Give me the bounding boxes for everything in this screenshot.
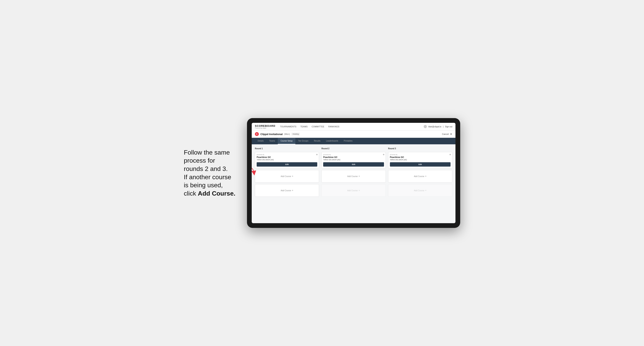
round-3-delete-icon[interactable]: ⊗ bbox=[449, 153, 451, 156]
round-1-add-course-1-text: Add Course bbox=[281, 175, 291, 177]
round-3-course-label: (Course A) bbox=[390, 154, 450, 156]
round-3-add-course-2-plus: + bbox=[425, 189, 426, 192]
round-1-add-course-2-text: Add Course bbox=[281, 189, 291, 192]
tab-leaderboards[interactable]: Leaderboards bbox=[323, 138, 341, 144]
cancel-x-icon: ✕ bbox=[450, 133, 452, 136]
hosting-badge: Hosting bbox=[292, 133, 300, 136]
round-1-add-course-2[interactable]: Add Course + bbox=[255, 184, 319, 197]
c-logo-icon: C bbox=[255, 132, 259, 136]
round-1-course-name: Peachtree GC bbox=[257, 156, 317, 158]
tab-teams[interactable]: Teams bbox=[266, 138, 278, 144]
user-avatar bbox=[424, 125, 427, 128]
round-3-course-name: Peachtree GC bbox=[390, 156, 450, 158]
add-course-bold: Add Course. bbox=[198, 190, 235, 197]
sign-out-link[interactable]: Sign out bbox=[445, 126, 452, 128]
round-2-add-course-2-text: Add Course bbox=[347, 189, 358, 192]
round-2-edit-button[interactable]: Edit bbox=[323, 162, 384, 167]
round-3-add-course-2: Add Course + bbox=[388, 184, 452, 197]
cancel-button[interactable]: Cancel ✕ bbox=[442, 133, 452, 136]
round-1-label: Round 1 bbox=[255, 148, 319, 150]
round-2-column: Round 2 (Course A) Peachtree GC Yellow (… bbox=[322, 148, 386, 197]
instruction-text: Follow the sameprocess forrounds 2 and 3… bbox=[184, 149, 239, 198]
tab-tee-groups[interactable]: Tee Groups bbox=[295, 138, 311, 144]
round-3-column: Round 3 (Course A) Peachtree GC Yellow (… bbox=[388, 148, 452, 197]
round-1-edit-button[interactable]: Edit bbox=[257, 162, 317, 167]
nav-teams[interactable]: TEAMS bbox=[300, 126, 308, 128]
round-3-add-course-2-text: Add Course bbox=[414, 189, 424, 192]
round-1-delete-icon[interactable]: ⊗ bbox=[316, 153, 318, 156]
round-3-course-tee: Yellow (M) (6629 yds) bbox=[390, 159, 450, 161]
tab-details[interactable]: Details bbox=[255, 138, 266, 144]
pink-arrow-icon bbox=[252, 164, 257, 176]
user-email: blair@clippd.io bbox=[428, 126, 442, 128]
tablet-frame: SCOREBOARD Powered by clippd TOURNAMENTS… bbox=[247, 118, 460, 228]
round-3-add-course-1[interactable]: Add Course + bbox=[388, 170, 452, 182]
round-1-course-card: (Course A) Peachtree GC Yellow (M) (6629… bbox=[255, 152, 319, 168]
nav-right: blair@clippd.io | Sign out bbox=[424, 125, 452, 128]
logo-main-text: SCOREBOARD bbox=[255, 124, 276, 127]
main-content: Round 1 (Course A) Peachtree GC Yellow (… bbox=[252, 144, 456, 223]
tab-printables[interactable]: Printables bbox=[341, 138, 355, 144]
round-2-course-label: (Course A) bbox=[323, 154, 384, 156]
round-2-course-tee: Yellow (M) (6629 yds) bbox=[323, 159, 384, 161]
round-3-add-course-1-plus: + bbox=[425, 175, 426, 178]
tab-course-setup[interactable]: Course Setup bbox=[278, 138, 295, 144]
round-1-add-course-1[interactable]: Add Course + bbox=[255, 170, 319, 182]
top-nav: SCOREBOARD Powered by clippd TOURNAMENTS… bbox=[252, 123, 456, 131]
round-2-add-course-1-text: Add Course bbox=[347, 175, 358, 177]
round-1-course-tee: Yellow (M) (6629 yds) bbox=[257, 159, 317, 161]
rounds-grid: Round 1 (Course A) Peachtree GC Yellow (… bbox=[255, 148, 452, 197]
round-1-add-course-1-plus: + bbox=[292, 175, 293, 178]
tablet-screen: SCOREBOARD Powered by clippd TOURNAMENTS… bbox=[252, 123, 456, 223]
round-3-label: Round 3 bbox=[388, 148, 452, 150]
round-3-course-card: (Course A) Peachtree GC Yellow (M) (6629… bbox=[388, 152, 452, 168]
nav-links: TOURNAMENTS TEAMS COMMITTEE RANKINGS bbox=[280, 126, 424, 128]
round-2-add-course-1-plus: + bbox=[358, 175, 360, 178]
round-1-course-label: (Course A) bbox=[257, 154, 317, 156]
sub-header-left: C Clippd Invitational (Men) Hosting bbox=[255, 132, 300, 136]
round-2-add-course-2: Add Course + bbox=[322, 184, 386, 197]
page-wrapper: Follow the sameprocess forrounds 2 and 3… bbox=[184, 118, 460, 228]
tab-results[interactable]: Results bbox=[311, 138, 323, 144]
logo-sub-text: Powered by clippd bbox=[255, 127, 276, 129]
tab-bar: Details Teams Course Setup Tee Groups Re… bbox=[252, 138, 456, 144]
round-2-course-name: Peachtree GC bbox=[323, 156, 384, 158]
nav-rankings[interactable]: RANKINGS bbox=[328, 126, 339, 128]
tournament-gender: (Men) bbox=[284, 133, 290, 135]
nav-tournaments[interactable]: TOURNAMENTS bbox=[280, 126, 296, 128]
round-2-delete-icon[interactable]: ⊗ bbox=[383, 153, 384, 156]
round-1-column: Round 1 (Course A) Peachtree GC Yellow (… bbox=[255, 148, 319, 197]
round-2-add-course-2-plus: + bbox=[358, 189, 360, 192]
scoreboard-logo: SCOREBOARD Powered by clippd bbox=[255, 124, 276, 129]
round-2-course-card: (Course A) Peachtree GC Yellow (M) (6629… bbox=[322, 152, 386, 168]
round-2-add-course-1[interactable]: Add Course + bbox=[322, 170, 386, 182]
sub-header: C Clippd Invitational (Men) Hosting Canc… bbox=[252, 131, 456, 138]
round-3-add-course-1-text: Add Course bbox=[414, 175, 424, 177]
round-3-edit-button[interactable]: Edit bbox=[390, 162, 450, 167]
pipe-separator: | bbox=[443, 126, 444, 128]
tournament-name: Clippd Invitational bbox=[260, 133, 283, 136]
round-2-label: Round 2 bbox=[322, 148, 386, 150]
round-1-add-course-2-plus: + bbox=[292, 189, 293, 192]
nav-committee[interactable]: COMMITTEE bbox=[312, 126, 324, 128]
